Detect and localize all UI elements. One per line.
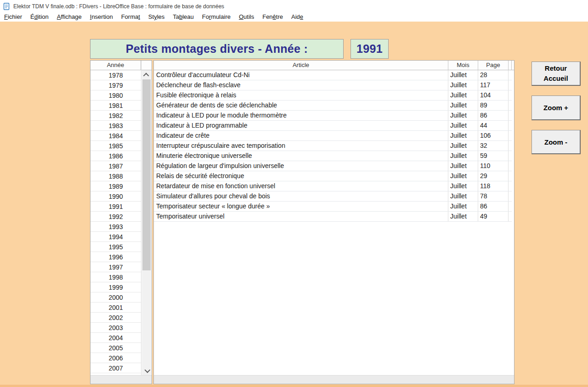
table-row[interactable]: Simulateur d'allures pour cheval de bois… <box>154 191 512 202</box>
zoom-in-button[interactable]: Zoom + <box>531 95 581 120</box>
year-row[interactable]: 1997 <box>90 262 141 272</box>
cell-page: 118 <box>478 181 509 191</box>
cell-page: 78 <box>478 191 509 201</box>
scrollbar-thumb[interactable] <box>142 79 151 270</box>
table-row[interactable]: Relais de sécurité électroniqueJuillet29 <box>154 171 512 181</box>
cell-mois: Juillet <box>448 161 478 171</box>
retour-accueil-button[interactable]: Retour Accueil <box>531 62 581 86</box>
menu-item-styles[interactable]: Styles <box>144 12 169 22</box>
year-row[interactable]: 1983 <box>90 121 141 131</box>
menu-item-formulaire[interactable]: Formulaire <box>198 12 235 22</box>
table-row[interactable]: Générateur de dents de scie déclenchable… <box>154 101 512 111</box>
year-row[interactable]: 1987 <box>90 161 141 171</box>
cell-mois: Juillet <box>448 212 478 221</box>
menu-item-fenetre[interactable]: Fenêtre <box>258 12 287 22</box>
year-row[interactable]: 1998 <box>90 272 141 282</box>
year-row[interactable]: 2004 <box>90 333 141 343</box>
year-row[interactable]: 2005 <box>90 343 141 353</box>
cell-page: 44 <box>478 121 509 130</box>
retour-accueil-line1: Retour <box>545 63 567 73</box>
cell-article: Générateur de dents de scie déclenchable <box>154 101 448 110</box>
year-row[interactable]: 1994 <box>90 232 141 242</box>
table-row[interactable]: Minuterie électronique universelleJuille… <box>154 151 512 161</box>
mois-column-header[interactable]: Mois <box>448 61 478 70</box>
window-title: Elektor TDM V finale.odb : FDivers - Lib… <box>13 3 224 10</box>
page-column-header[interactable]: Page <box>478 61 509 70</box>
year-column-header[interactable]: Année <box>90 61 141 70</box>
cell-article: Interrupteur crépusculaire avec temporis… <box>154 141 448 151</box>
menu-item-edition[interactable]: Édition <box>26 12 53 22</box>
cell-article: Indicateur à LED programmable <box>154 121 448 130</box>
year-row[interactable]: 1979 <box>90 80 141 90</box>
cell-page: 28 <box>478 70 509 80</box>
year-row[interactable]: 1999 <box>90 282 141 292</box>
year-row[interactable]: 2003 <box>90 323 141 333</box>
year-row[interactable]: 1984 <box>90 131 141 141</box>
table-row[interactable]: Temporisateur secteur « longue durée »Ju… <box>154 202 512 212</box>
article-column-header[interactable]: Article <box>154 61 448 70</box>
year-list-panel: Année 1978197919801981198219831984198519… <box>90 60 152 384</box>
table-row[interactable]: Interrupteur crépusculaire avec temporis… <box>154 141 512 151</box>
cell-page: 89 <box>478 101 509 110</box>
year-row[interactable]: 1986 <box>90 151 141 161</box>
year-row[interactable]: 2007 <box>90 363 141 373</box>
year-row[interactable]: 1985 <box>90 141 141 151</box>
table-row[interactable]: Régulation de largeur d'impulsion univer… <box>154 161 512 171</box>
table-row[interactable]: Indicateur à LED programmableJuillet44 <box>154 121 512 131</box>
year-row[interactable]: 2001 <box>90 303 141 313</box>
year-row[interactable]: 1978 <box>90 70 141 80</box>
year-row[interactable]: 1995 <box>90 242 141 252</box>
cell-article: Indicateur à LED pour le module thermomè… <box>154 111 448 120</box>
table-row[interactable]: Retardateur de mise en fonction universe… <box>154 181 512 191</box>
scroll-up-button[interactable] <box>142 70 151 79</box>
year-row[interactable]: 1989 <box>90 181 141 191</box>
year-row[interactable]: 2000 <box>90 292 141 303</box>
cell-mois: Juillet <box>448 151 478 161</box>
year-row[interactable]: 1981 <box>90 101 141 111</box>
cell-page: 86 <box>478 111 509 120</box>
cell-article: Temporisateur secteur « longue durée » <box>154 202 448 211</box>
cell-page: 29 <box>478 171 509 181</box>
scroll-down-button[interactable] <box>142 366 151 375</box>
year-row[interactable]: 1991 <box>90 202 141 212</box>
year-row[interactable]: 1992 <box>90 212 141 222</box>
table-row[interactable]: Indicateur de crêteJuillet106 <box>154 131 512 141</box>
chevron-down-icon <box>144 367 150 373</box>
menu-item-affichage[interactable]: Affichage <box>53 12 86 22</box>
cell-article: Temporisateur universel <box>154 212 448 221</box>
year-list-header-row: Année <box>90 61 152 70</box>
year-row[interactable]: 1996 <box>90 252 141 262</box>
menu-bar: FichierÉditionAffichageInsertionFormatSt… <box>0 12 588 22</box>
table-row[interactable]: Déclencheur de flash-esclaveJuillet117 <box>154 80 512 90</box>
year-row[interactable]: 2002 <box>90 313 141 323</box>
cell-mois: Juillet <box>448 70 478 80</box>
cell-article: Simulateur d'allures pour cheval de bois <box>154 191 448 201</box>
year-row[interactable]: 1993 <box>90 222 141 232</box>
document-icon <box>3 3 10 10</box>
cell-mois: Juillet <box>448 101 478 110</box>
cell-page: 49 <box>478 212 509 221</box>
table-row[interactable]: Temporisateur universelJuillet49 <box>154 212 512 222</box>
menu-item-insertion[interactable]: Insertion <box>86 12 117 22</box>
articles-rows: Contrôleur d'accumulateur Cd-NiJuillet28… <box>154 70 512 222</box>
menu-item-format[interactable]: Format <box>117 12 144 22</box>
table-row[interactable]: Fusible électronique à relaisJuillet104 <box>154 90 512 101</box>
year-row[interactable]: 1990 <box>90 191 141 202</box>
year-value-field[interactable]: 1991 <box>351 39 389 59</box>
cell-mois: Juillet <box>448 181 478 191</box>
menu-item-fichier[interactable]: Fichier <box>0 12 26 22</box>
menu-item-outils[interactable]: Outils <box>235 12 258 22</box>
menu-item-tableau[interactable]: Tableau <box>169 12 198 22</box>
menu-item-aide[interactable]: Aide <box>287 12 307 22</box>
cell-article: Indicateur de crête <box>154 131 448 140</box>
year-row[interactable]: 1982 <box>90 111 141 121</box>
table-row[interactable]: Contrôleur d'accumulateur Cd-NiJuillet28 <box>154 70 512 80</box>
table-row[interactable]: Indicateur à LED pour le module thermomè… <box>154 111 512 121</box>
year-scrollbar[interactable] <box>142 70 151 375</box>
cell-page: 59 <box>478 151 509 161</box>
year-row[interactable]: 1980 <box>90 90 141 101</box>
year-row[interactable]: 2006 <box>90 353 141 363</box>
zoom-out-button[interactable]: Zoom - <box>531 130 581 154</box>
cell-page: 86 <box>478 202 509 211</box>
year-row[interactable]: 1988 <box>90 171 141 181</box>
